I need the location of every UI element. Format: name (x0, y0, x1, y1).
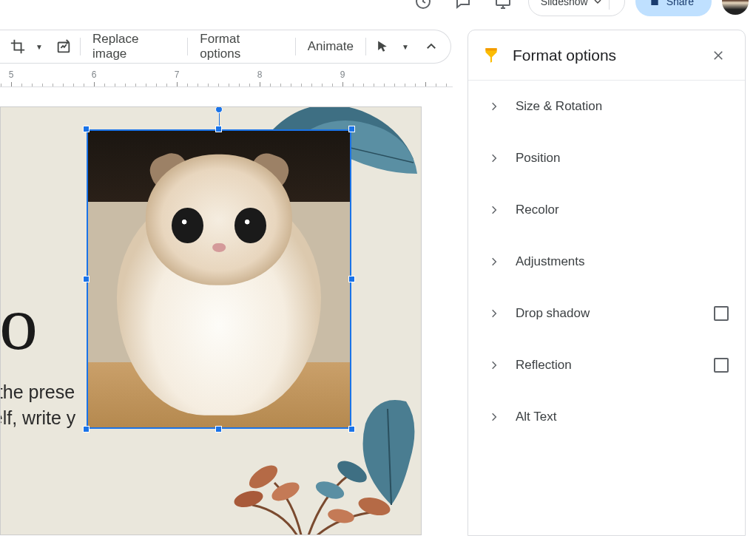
plant-decoration (208, 446, 400, 535)
format-panel-item[interactable]: Recolor (468, 184, 745, 236)
comment-icon[interactable] (448, 0, 478, 16)
slideshow-label: Slideshow (541, 0, 588, 7)
ruler-number: 8 (257, 69, 263, 80)
format-panel-item-label: Adjustments (516, 254, 729, 269)
format-panel-item-label: Reflection (516, 358, 714, 373)
format-panel-item-label: Position (516, 151, 729, 166)
resize-handle-bl[interactable] (83, 426, 90, 432)
selected-image[interactable] (87, 129, 351, 429)
format-panel-item-label: Drop shadow (516, 306, 714, 321)
lock-icon (649, 0, 661, 9)
chevron-down-icon (588, 0, 601, 7)
share-label: Share (666, 0, 694, 7)
format-panel-item[interactable]: Size & Rotation (468, 81, 745, 132)
resize-handle-tm[interactable] (215, 126, 222, 132)
canvas-area[interactable]: no of the prese rself, write y (0, 87, 453, 536)
format-panel-item-label: Recolor (516, 203, 729, 217)
image-content[interactable] (87, 129, 351, 429)
rotate-handle[interactable] (215, 106, 223, 113)
chevron-right-icon (485, 200, 504, 220)
slide-subtitle-text[interactable]: of the prese rself, write y (0, 379, 75, 431)
checkbox[interactable] (714, 306, 729, 321)
format-panel-item-label: Alt Text (516, 410, 729, 424)
resize-handle-ml[interactable] (83, 276, 90, 282)
ruler-number: 7 (175, 69, 180, 80)
svg-rect-1 (496, 0, 510, 5)
panel-items: Size & RotationPositionRecolorAdjustment… (468, 81, 745, 443)
close-button[interactable] (705, 42, 732, 69)
avatar[interactable] (722, 0, 749, 15)
checkbox[interactable] (714, 358, 729, 373)
crop-button[interactable] (6, 33, 30, 60)
chevron-right-icon (485, 252, 504, 271)
image-toolbar: ▼ Replace image Format options Animate ▼ (0, 30, 451, 64)
resize-handle-mr[interactable] (348, 276, 355, 282)
chevron-right-icon (485, 97, 504, 116)
format-options-panel: Format options Size & RotationPositionRe… (468, 30, 746, 536)
format-panel-item[interactable]: Adjustments (468, 236, 745, 288)
resize-handle-bm[interactable] (215, 426, 222, 432)
resize-handle-tr[interactable] (348, 126, 355, 132)
svg-point-9 (327, 507, 356, 525)
resize-handle-tl[interactable] (83, 126, 90, 132)
chevron-right-icon (485, 356, 504, 375)
chevron-right-icon (485, 149, 504, 168)
reset-image-button[interactable] (52, 33, 75, 60)
history-icon[interactable] (408, 0, 438, 16)
ruler-number: 9 (340, 69, 345, 80)
panel-header: Format options (468, 30, 745, 81)
svg-point-3 (246, 461, 282, 492)
ruler-number: 5 (9, 69, 14, 80)
panel-title: Format options (513, 47, 705, 64)
animate-button[interactable]: Animate (300, 33, 361, 60)
ruler-number: 6 (92, 69, 97, 80)
slideshow-button[interactable]: Slideshow (528, 0, 625, 16)
format-panel-item[interactable]: Alt Text (468, 391, 745, 443)
collapse-toolbar-button[interactable] (419, 33, 443, 60)
format-panel-item[interactable]: Position (468, 132, 745, 184)
format-panel-item[interactable]: Drop shadow (468, 288, 745, 339)
horizontal-ruler[interactable]: 56789 (0, 69, 453, 87)
app-header: Slideshow Share (0, 0, 756, 15)
chevron-right-icon (485, 407, 504, 427)
chevron-right-icon (485, 304, 504, 323)
format-panel-item-label: Size & Rotation (516, 99, 729, 114)
format-options-button[interactable]: Format options (192, 33, 290, 60)
resize-handle-br[interactable] (348, 426, 355, 432)
slide-title-text[interactable]: no (0, 279, 36, 367)
share-button[interactable]: Share (635, 0, 712, 16)
cursor-tool-button[interactable] (371, 33, 394, 60)
format-panel-icon (482, 46, 501, 65)
crop-dropdown[interactable]: ▼ (28, 33, 52, 60)
slide[interactable]: no of the prese rself, write y (0, 106, 422, 535)
cursor-dropdown[interactable]: ▼ (394, 33, 418, 60)
format-panel-item[interactable]: Reflection (468, 339, 745, 391)
svg-rect-10 (485, 48, 496, 50)
svg-point-4 (269, 478, 303, 504)
present-icon[interactable] (488, 0, 518, 16)
replace-image-button[interactable]: Replace image (85, 33, 183, 60)
